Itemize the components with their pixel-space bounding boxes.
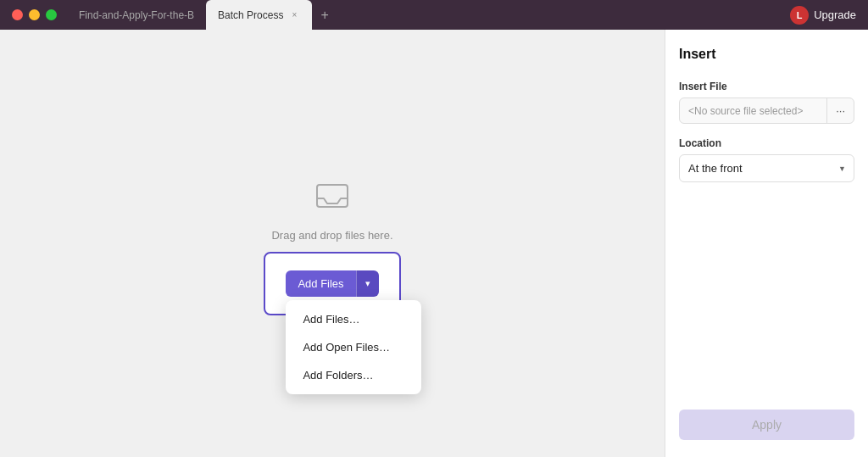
location-select-wrapper: At the front At the back After page Befo… [679, 154, 854, 182]
inbox-icon [312, 171, 353, 215]
panel-title: Insert [679, 47, 854, 62]
tab-find-apply[interactable]: Find-and-Apply-For-the-B [67, 0, 206, 30]
drag-drop-text: Drag and drop files here. [271, 229, 392, 242]
upgrade-label: Upgrade [814, 8, 856, 21]
add-files-button[interactable]: Add Files [286, 270, 355, 297]
apply-button[interactable]: Apply [679, 410, 854, 440]
new-tab-button[interactable]: + [312, 0, 337, 30]
insert-file-label: Insert File [679, 81, 854, 92]
drop-zone-border: Add Files ▾ Add Files… Add Open Files… A… [264, 252, 400, 315]
traffic-lights [0, 9, 57, 20]
location-group: Location At the front At the back After … [679, 137, 854, 182]
dropdown-add-open-files[interactable]: Add Open Files… [286, 333, 421, 361]
minimize-button[interactable] [29, 9, 40, 20]
tab-bar: Find-and-Apply-For-the-B Batch Process ×… [67, 0, 790, 30]
close-button[interactable] [12, 9, 23, 20]
insert-file-browse-button[interactable]: ··· [826, 98, 854, 123]
add-files-btn-wrapper: Add Files ▾ Add Files… Add Open Files… A… [286, 270, 378, 297]
add-files-label: Add Files [298, 277, 343, 290]
dropdown-add-files[interactable]: Add Files… [286, 305, 421, 333]
content-area: Drag and drop files here. Add Files ▾ Ad… [0, 30, 665, 457]
add-files-dropdown: Add Files… Add Open Files… Add Folders… [286, 300, 421, 394]
main-layout: Drag and drop files here. Add Files ▾ Ad… [0, 30, 868, 457]
titlebar: Find-and-Apply-For-the-B Batch Process ×… [0, 0, 868, 30]
upgrade-button[interactable]: L Upgrade [790, 6, 868, 25]
tab-batch-process[interactable]: Batch Process × [206, 0, 312, 30]
insert-file-placeholder: <No source file selected> [680, 99, 826, 123]
dropdown-add-folders[interactable]: Add Folders… [286, 361, 421, 389]
fullscreen-button[interactable] [46, 9, 57, 20]
tab-label: Find-and-Apply-For-the-B [79, 9, 194, 21]
location-label: Location [679, 137, 854, 149]
drop-zone-wrapper: Drag and drop files here. Add Files ▾ Ad… [264, 171, 400, 315]
insert-file-group: Insert File <No source file selected> ··… [679, 81, 854, 124]
insert-file-row: <No source file selected> ··· [679, 98, 854, 124]
tab-close-icon[interactable]: × [288, 9, 300, 21]
right-panel: Insert Insert File <No source file selec… [665, 30, 868, 457]
user-avatar: L [790, 6, 809, 25]
location-select[interactable]: At the front At the back After page Befo… [679, 154, 854, 182]
tab-label: Batch Process [218, 9, 283, 21]
add-files-dropdown-arrow[interactable]: ▾ [356, 270, 379, 297]
